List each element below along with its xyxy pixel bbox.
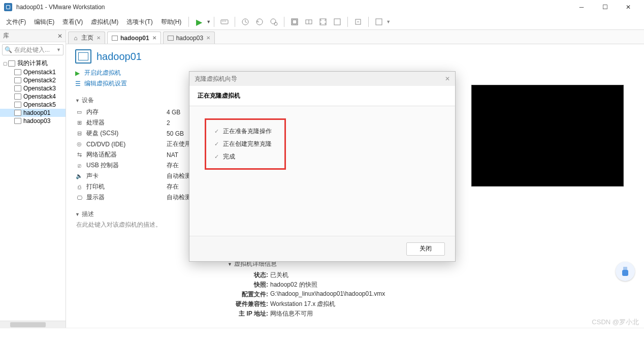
vm-title: hadoop01 [75, 49, 635, 64]
menu-tabs[interactable]: 选项卡(T) [122, 16, 156, 28]
tree-item-Openstack3[interactable]: Openstack3 [0, 84, 66, 92]
tree-item-Openstack5[interactable]: Openstack5 [0, 101, 66, 109]
dialog-footer: 关闭 [189, 236, 455, 261]
single-pane-icon [291, 18, 299, 26]
device-icon: 🖵 [75, 194, 83, 201]
snapshot-button[interactable] [238, 15, 252, 29]
library-title: 库 [3, 32, 9, 40]
tab-close-icon[interactable]: ✕ [206, 35, 210, 41]
detail-row: 主 IP 地址:网络信息不可用 [228, 309, 635, 319]
tab-home[interactable]: ⌂ 主页 ✕ [68, 32, 105, 44]
menu-view[interactable]: 查看(V) [58, 16, 87, 28]
view-console-button[interactable] [287, 15, 302, 29]
titlebar: hadoop01 - VMware Workstation ─ ☐ ✕ [0, 0, 644, 14]
tree-item-hadoop01[interactable]: hadoop01 [0, 109, 66, 117]
check-icon: ✓ [214, 141, 219, 147]
minimize-button[interactable]: ─ [570, 0, 593, 14]
usb-icon [621, 266, 630, 277]
detail-key: 硬件兼容性: [228, 300, 268, 308]
tab-hadoop01[interactable]: hadoop01 ✕ [107, 32, 161, 44]
vm-icon [14, 94, 21, 100]
device-icon: ⇆ [75, 151, 83, 159]
stretch-button[interactable] [351, 15, 365, 29]
tab-close-icon[interactable]: ✕ [152, 35, 156, 41]
device-label: 处理器 [86, 118, 167, 127]
detail-row: 配置文件:G:\hadoop_linux\hadoop01\hadoop01.v… [228, 290, 635, 299]
tree-item-Openstack1[interactable]: Openstack1 [0, 68, 66, 76]
maximize-button[interactable]: ☐ [593, 0, 617, 14]
library-close-icon[interactable]: ✕ [57, 33, 62, 40]
check-icon: ✓ [214, 128, 219, 135]
menu-vm[interactable]: 虚拟机(M) [87, 16, 122, 28]
snapshot-manager-button[interactable] [267, 15, 281, 29]
device-label: 内存 [86, 108, 167, 116]
device-label: 硬盘 (SCSI) [86, 129, 167, 138]
menu-help[interactable]: 帮助(H) [157, 16, 186, 28]
svg-rect-9 [293, 20, 297, 24]
edit-settings-label: 编辑虚拟机设置 [84, 79, 127, 88]
sidebar: 库 ✕ 🔍 在此处键入... ▼ ▢ 我的计算机 Openstack1Opens… [0, 30, 66, 328]
vm-icon [14, 85, 21, 91]
cycle-icon [375, 18, 383, 26]
vm-icon [14, 69, 21, 75]
dialog-titlebar: 克隆虚拟机向导 ✕ [189, 72, 455, 86]
tab-hadoop03[interactable]: hadoop03 ✕ [163, 32, 215, 44]
device-row[interactable]: 🔈声卡自动检测 [75, 171, 207, 181]
dialog-close-button[interactable]: 关闭 [406, 242, 445, 256]
device-row[interactable]: ⇆网络适配器NAT [75, 149, 207, 160]
cycle-button[interactable] [372, 15, 386, 29]
tab-close-icon[interactable]: ✕ [96, 35, 101, 41]
device-row[interactable]: ⎚USB 控制器存在 [75, 160, 207, 171]
detail-key: 快照: [228, 281, 268, 289]
power-on-button[interactable]: ▶ [192, 15, 206, 29]
clone-step: ✓完成 [214, 150, 276, 163]
send-ctrl-alt-del-button[interactable] [217, 15, 232, 29]
device-row[interactable]: ⊟硬盘 (SCSI)50 GB [75, 128, 207, 139]
power-dropdown-icon[interactable]: ▼ [206, 19, 211, 24]
device-row[interactable]: ⊞处理器2 [75, 117, 207, 128]
menu-edit[interactable]: 编辑(E) [30, 16, 58, 28]
menu-file[interactable]: 文件(F) [2, 16, 30, 28]
tree-item-Openstack2[interactable]: Openstack2 [0, 76, 66, 84]
clone-step: ✓正在创建完整克隆 [214, 138, 276, 150]
cycle-dropdown-icon[interactable]: ▼ [386, 19, 391, 24]
check-icon: ✓ [214, 153, 219, 160]
device-row[interactable]: ◎CD/DVD (IDE)正在使用 [75, 139, 207, 149]
device-row[interactable]: ▭内存4 GB [75, 107, 207, 117]
window-title: hadoop01 - VMware Workstation [16, 4, 570, 11]
device-label: 网络适配器 [86, 150, 167, 159]
sidebar-scrollbar[interactable] [0, 321, 66, 328]
device-row[interactable]: 🖵显示器自动检测 [75, 192, 207, 203]
tree-item-hadoop03[interactable]: hadoop03 [0, 117, 66, 125]
device-label: CD/DVD (IDE) [86, 141, 167, 148]
device-row[interactable]: ⎙打印机存在 [75, 181, 207, 192]
vm-icon [14, 110, 21, 116]
vm-preview[interactable] [471, 85, 624, 186]
unity-button[interactable] [330, 15, 344, 29]
revert-snapshot-button[interactable] [252, 15, 267, 29]
fullscreen-button[interactable] [316, 15, 330, 29]
svg-rect-17 [622, 270, 628, 276]
dual-pane-icon [305, 18, 313, 26]
tree-root[interactable]: ▢ 我的计算机 [0, 58, 66, 68]
svg-point-7 [274, 22, 277, 25]
computer-icon [8, 60, 15, 67]
tree-item-Openstack4[interactable]: Openstack4 [0, 92, 66, 101]
usb-device-indicator[interactable] [616, 262, 635, 281]
search-input[interactable]: 🔍 在此处键入... ▼ [2, 44, 63, 55]
device-label: 打印机 [86, 182, 167, 191]
search-dropdown-icon[interactable]: ▼ [56, 47, 61, 52]
detail-value: hadoop02 的快照 [270, 281, 317, 289]
play-icon: ▶ [75, 70, 82, 77]
tabs: ⌂ 主页 ✕ hadoop01 ✕ hadoop03 ✕ [66, 30, 644, 44]
clock-icon [241, 18, 249, 26]
tree-item-label: hadoop03 [23, 117, 50, 125]
close-button[interactable]: ✕ [617, 0, 640, 14]
svg-rect-0 [221, 20, 228, 24]
fullscreen-icon [319, 18, 327, 26]
detail-key: 状态: [228, 271, 268, 279]
tree-item-label: Openstack1 [23, 69, 56, 76]
view-thumbnail-button[interactable] [302, 15, 316, 29]
dialog-close-icon[interactable]: ✕ [445, 75, 450, 82]
tree-item-label: Openstack5 [23, 101, 56, 108]
